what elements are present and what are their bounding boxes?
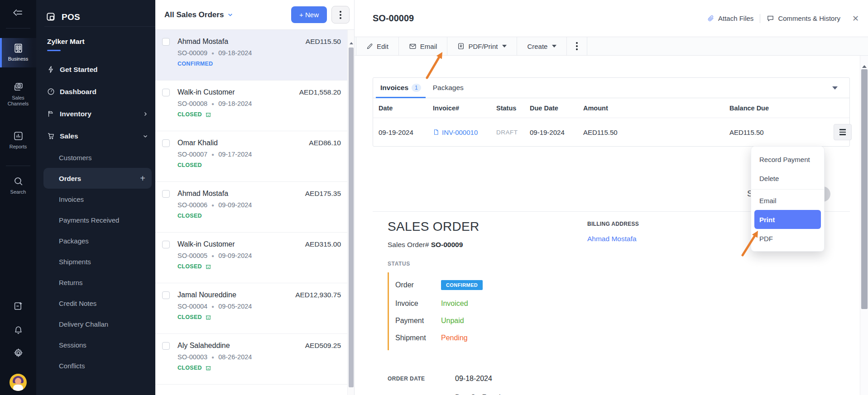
sidebar-item-label: Sessions xyxy=(59,341,86,349)
notifications-button[interactable] xyxy=(0,324,36,335)
list-more-button[interactable] xyxy=(331,6,350,24)
sidebar-item-get-started[interactable]: Get Started xyxy=(36,58,155,81)
rail-item-label: Reports xyxy=(10,144,27,150)
rail-item-reports[interactable]: Reports xyxy=(0,130,36,150)
sidebar-item-shipments[interactable]: Shipments xyxy=(36,251,155,272)
chevron-right-icon xyxy=(143,111,148,117)
invoice-amount: AED115.50 xyxy=(583,128,729,136)
order-detail-panel: SO-00009 Attach Files Comments & History… xyxy=(355,0,868,395)
menu-item-delete[interactable]: Delete xyxy=(751,169,824,188)
billing-customer-link[interactable]: Ahmad Mostafa xyxy=(587,235,639,243)
order-row[interactable]: Walk-in CustomerAED315.00 SO-00005●09-09… xyxy=(155,233,347,283)
detail-tabs: Invoices 1 Packages xyxy=(373,78,849,98)
rail-item-search[interactable]: Search xyxy=(0,176,36,195)
rail-divider xyxy=(6,166,30,166)
avatar-face xyxy=(15,378,21,385)
list-scrollbar-thumb[interactable] xyxy=(349,48,354,387)
order-row[interactable]: Ahmad MostafaAED175.35 SO-00006●09-09-20… xyxy=(155,182,347,233)
order-status: CLOSED xyxy=(177,213,202,219)
rail-divider xyxy=(6,28,30,29)
order-customer: Ahmad Mostafa xyxy=(177,190,228,198)
detail-header: SO-00009 Attach Files Comments & History… xyxy=(355,0,868,37)
invoices-table: Date Invoice# Status Due Date Amount Bal… xyxy=(373,98,849,146)
sales-channels-icon xyxy=(13,81,24,93)
rail-item-label: Search xyxy=(10,189,26,195)
sidebar-item-credit-notes[interactable]: Credit Notes xyxy=(36,293,155,314)
sidebar-item-invoices[interactable]: Invoices xyxy=(36,189,155,209)
sidebar-item-conflicts[interactable]: Conflicts xyxy=(36,355,155,376)
sidebar-item-sessions[interactable]: Sessions xyxy=(36,334,155,355)
close-icon[interactable]: ✕ xyxy=(849,14,862,24)
order-row[interactable]: Jamal NoureddineAED12,930.75 SO-00004●09… xyxy=(155,283,347,334)
add-order-icon[interactable]: + xyxy=(140,173,145,184)
new-order-button[interactable]: + New xyxy=(291,6,327,23)
sidebar-item-sales[interactable]: Sales xyxy=(36,125,155,147)
caret-down-icon xyxy=(552,45,556,48)
rail-item-sales-channels[interactable]: Sales Channels xyxy=(0,81,36,107)
sidebar-item-label: Sales xyxy=(60,132,78,140)
email-button[interactable]: Email xyxy=(399,37,448,55)
menu-item-email[interactable]: Email xyxy=(751,191,824,210)
user-avatar[interactable] xyxy=(10,374,27,391)
org-switcher[interactable]: Zylker Mart xyxy=(36,27,155,51)
order-date-label: ORDER DATE xyxy=(388,376,455,382)
sidebar-item-orders[interactable]: Orders + xyxy=(43,168,152,189)
order-row[interactable]: Aly SalaheddineAED509.25 SO-00003●08-26-… xyxy=(155,334,347,385)
comments-history-button[interactable]: Comments & History xyxy=(767,14,840,22)
order-checkbox[interactable] xyxy=(162,89,170,96)
order-amount: AED86.10 xyxy=(309,139,341,147)
scroll-up-icon[interactable] xyxy=(862,65,867,68)
invoice-row-menu-button[interactable] xyxy=(834,124,852,140)
create-button[interactable]: Create xyxy=(517,37,567,55)
order-status: CONFIRMED xyxy=(177,61,213,67)
order-checkbox[interactable] xyxy=(162,190,170,198)
order-number: SO-00008 xyxy=(177,100,207,107)
main-scrollbar[interactable] xyxy=(860,56,868,395)
attach-files-button[interactable]: Attach Files xyxy=(707,14,753,22)
edit-button[interactable]: Edit xyxy=(356,37,399,55)
order-checkbox[interactable] xyxy=(162,241,170,248)
settings-button[interactable] xyxy=(0,347,36,359)
orders-list: Ahmad MostafaAED115.50 SO-00009●09-18-20… xyxy=(155,30,347,395)
rail-announcement-button[interactable] xyxy=(0,300,36,312)
caret-down-icon xyxy=(502,45,507,48)
list-scrollbar[interactable] xyxy=(347,30,354,395)
menu-item-print[interactable]: Print xyxy=(754,210,821,229)
collapse-card-icon[interactable] xyxy=(832,86,838,90)
sidebar-item-customers[interactable]: Customers xyxy=(36,147,155,168)
more-actions-button[interactable] xyxy=(567,37,587,55)
app-header: POS xyxy=(36,0,155,26)
rail-item-business[interactable]: Business xyxy=(0,38,36,67)
order-row[interactable]: Walk-in CustomerAED1,558.20 SO-00008●09-… xyxy=(155,81,347,131)
sidebar-item-returns[interactable]: Returns xyxy=(36,272,155,293)
invoice-link[interactable]: INV-000010 xyxy=(433,128,496,136)
order-amount: AED12,930.75 xyxy=(295,291,341,299)
menu-item-pdf[interactable]: PDF xyxy=(751,229,824,248)
sidebar-item-delivery-challan[interactable]: Delivery Challan xyxy=(36,314,155,334)
sidebar-item-dashboard[interactable]: Dashboard xyxy=(36,81,155,103)
menu-item-record-payment[interactable]: Record Payment xyxy=(751,150,824,169)
order-row[interactable]: Ahmad MostafaAED115.50 SO-00009●09-18-20… xyxy=(155,30,347,81)
scroll-up-icon[interactable] xyxy=(350,42,353,44)
orders-filter-dropdown[interactable]: All Sales Orders xyxy=(164,10,233,19)
order-row[interactable]: Omar KhalidAED86.10 SO-00007●09-17-2024 … xyxy=(155,131,347,182)
collapse-sidebar-button[interactable] xyxy=(0,7,36,19)
sidebar-item-inventory[interactable]: Inventory xyxy=(36,103,155,125)
tab-packages[interactable]: Packages xyxy=(428,78,468,98)
col-due-date: Due Date xyxy=(530,105,583,112)
order-checkbox[interactable] xyxy=(162,291,170,299)
sidebar-item-packages[interactable]: Packages xyxy=(36,230,155,251)
pdf-print-button[interactable]: PDF/Print xyxy=(447,37,517,55)
sidebar-item-payments-received[interactable]: Payments Received xyxy=(36,209,155,230)
sidebar-item-label: Conflicts xyxy=(59,362,85,370)
order-checkbox[interactable] xyxy=(162,38,170,46)
tab-invoices[interactable]: Invoices 1 xyxy=(376,78,426,98)
nav-sidebar: POS Zylker Mart Get Started Dashboard In… xyxy=(36,0,155,395)
package-box-icon xyxy=(205,365,211,371)
org-underline xyxy=(47,50,61,51)
orders-list-header: All Sales Orders + New xyxy=(155,0,354,30)
main-scrollbar-thumb[interactable] xyxy=(861,69,868,309)
paperclip-icon xyxy=(707,15,715,22)
order-checkbox[interactable] xyxy=(162,139,170,147)
order-checkbox[interactable] xyxy=(162,342,170,350)
